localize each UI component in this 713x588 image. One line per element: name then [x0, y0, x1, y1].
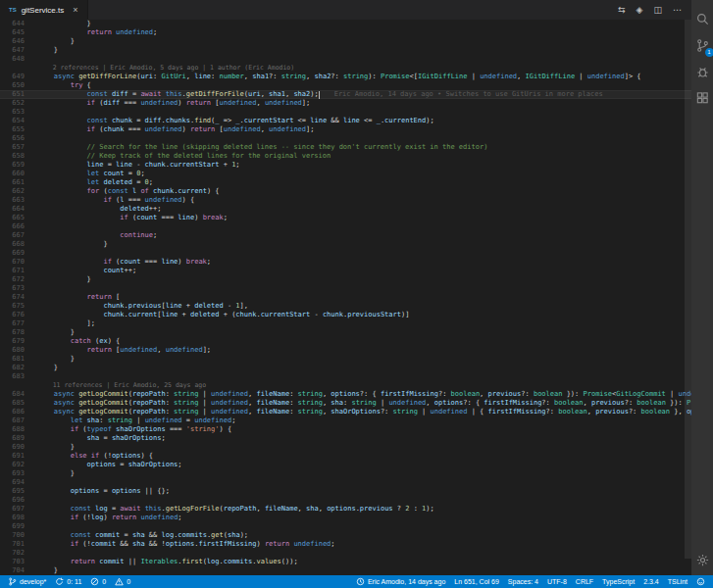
code-line[interactable]: 668 }: [0, 240, 691, 249]
line-number[interactable]: 660: [0, 170, 37, 178]
code-line[interactable]: 685 async getLogCommit(repoPath: string …: [0, 399, 691, 408]
line-number[interactable]: 704: [0, 566, 37, 575]
code-line[interactable]: 659 line = line - chunk.currentStart + 1…: [0, 161, 691, 170]
line-number[interactable]: 677: [0, 319, 37, 328]
source-control-icon[interactable]: 1: [695, 38, 710, 53]
ts-version-status[interactable]: 2.3.4: [643, 578, 659, 585]
code-line[interactable]: 688 if (typeof shaOrOptions === 'string'…: [0, 425, 691, 434]
code-line[interactable]: 679 catch (ex) {: [0, 337, 691, 346]
close-tab-icon[interactable]: ×: [73, 5, 77, 15]
line-number[interactable]: 656: [0, 134, 37, 143]
line-number[interactable]: 688: [0, 425, 37, 434]
code-line[interactable]: 674 return [: [0, 293, 691, 302]
debug-icon[interactable]: [695, 65, 710, 79]
code-line[interactable]: 696: [0, 496, 691, 505]
code-editor[interactable]: 644 }645 return undefined;646 }647 }648 …: [0, 20, 691, 575]
split-editor-icon[interactable]: ◫: [653, 5, 662, 15]
git-branch-status[interactable]: develop*: [8, 577, 46, 586]
code-line[interactable]: 658 // Keep track of the deleted lines f…: [0, 152, 691, 161]
code-line[interactable]: 671 count++;: [0, 267, 691, 275]
line-number[interactable]: 699: [0, 522, 37, 531]
line-number[interactable]: 653: [0, 108, 37, 117]
line-number[interactable]: 685: [0, 399, 37, 408]
code-line[interactable]: 678 }: [0, 328, 691, 337]
code-line[interactable]: 661 let deleted = 0;: [0, 178, 691, 187]
line-number[interactable]: 682: [0, 364, 37, 372]
code-line[interactable]: 646 }: [0, 37, 691, 46]
code-line[interactable]: 669: [0, 249, 691, 258]
line-number[interactable]: 670: [0, 258, 37, 267]
line-number[interactable]: 684: [0, 390, 37, 399]
line-number[interactable]: 693: [0, 469, 37, 478]
scrollbar-thumb[interactable]: [685, 20, 691, 559]
line-number[interactable]: 662: [0, 187, 37, 196]
editor-scrollbar[interactable]: [685, 20, 691, 575]
line-number[interactable]: 669: [0, 249, 37, 258]
line-number[interactable]: 652: [0, 99, 37, 108]
line-number[interactable]: 676: [0, 311, 37, 319]
line-number[interactable]: 689: [0, 434, 37, 443]
code-line[interactable]: 698 if (!log) return undefined;: [0, 514, 691, 522]
code-line[interactable]: 663 if (l === undefined) {: [0, 196, 691, 205]
tslint-status[interactable]: TSLint: [668, 578, 688, 585]
line-number[interactable]: 655: [0, 125, 37, 134]
line-number[interactable]: 648: [0, 55, 37, 64]
code-line[interactable]: 677 ];: [0, 319, 691, 328]
code-line[interactable]: 665 if (count === line) break;: [0, 214, 691, 222]
code-line[interactable]: 657 // Search for the line (skipping del…: [0, 143, 691, 152]
feedback-status[interactable]: [696, 577, 705, 586]
code-line[interactable]: 680 return [undefined, undefined];: [0, 346, 691, 355]
more-actions-icon[interactable]: ⋯: [673, 5, 682, 15]
line-number[interactable]: 665: [0, 214, 37, 222]
line-number[interactable]: 694: [0, 478, 37, 487]
code-line[interactable]: 676 chunk.current[line + deleted + (chun…: [0, 311, 691, 319]
line-number[interactable]: 658: [0, 152, 37, 161]
line-number[interactable]: 661: [0, 178, 37, 187]
code-line[interactable]: 693 }: [0, 469, 691, 478]
code-line[interactable]: 692 options = shaOrOptions;: [0, 461, 691, 469]
line-number[interactable]: 667: [0, 231, 37, 240]
codelens-text[interactable]: 2 references | Eric Amodio, 5 days ago |…: [37, 64, 294, 73]
line-number[interactable]: 649: [0, 73, 37, 81]
line-number[interactable]: 645: [0, 28, 37, 37]
code-line[interactable]: 701 if (!commit && sha && !options.first…: [0, 540, 691, 549]
code-line[interactable]: 695 options = options || {};: [0, 487, 691, 496]
line-number[interactable]: 683: [0, 372, 37, 381]
line-number[interactable]: 702: [0, 549, 37, 558]
line-number[interactable]: 692: [0, 461, 37, 469]
line-number[interactable]: 647: [0, 46, 37, 55]
sync-status[interactable]: 0: 11: [55, 577, 81, 586]
code-line[interactable]: 660 let count = 0;: [0, 170, 691, 178]
code-line[interactable]: 662 for (const l of chunk.current) {: [0, 187, 691, 196]
search-icon[interactable]: [695, 12, 710, 26]
code-line[interactable]: 648: [0, 55, 691, 64]
code-line[interactable]: 683: [0, 372, 691, 381]
line-number[interactable]: 686: [0, 408, 37, 416]
code-line[interactable]: 651 const diff = await this.getDiffForFi…: [0, 90, 691, 99]
code-line[interactable]: 647 }: [0, 46, 691, 55]
indentation-status[interactable]: Spaces: 4: [508, 578, 538, 585]
codelens-row[interactable]: 11 references | Eric Amodio, 25 days ago: [0, 381, 691, 390]
code-line[interactable]: 664 deleted++;: [0, 205, 691, 214]
errors-status[interactable]: 0: [90, 577, 106, 586]
line-number[interactable]: 679: [0, 337, 37, 346]
code-line[interactable]: 652 if (diff === undefined) return [unde…: [0, 99, 691, 108]
code-line[interactable]: 666: [0, 222, 691, 231]
line-number[interactable]: 644: [0, 20, 37, 28]
line-number[interactable]: 687: [0, 416, 37, 425]
encoding-status[interactable]: UTF-8: [547, 578, 567, 585]
language-status[interactable]: TypeScript: [602, 578, 635, 585]
code-line[interactable]: 697 const log = await this.getLogForFile…: [0, 505, 691, 514]
code-line[interactable]: 672 }: [0, 275, 691, 284]
line-number[interactable]: 671: [0, 267, 37, 275]
code-line[interactable]: 694: [0, 478, 691, 487]
line-number[interactable]: 691: [0, 452, 37, 461]
line-number[interactable]: 701: [0, 540, 37, 549]
code-line[interactable]: 649 async getDiffForLine(uri: GitUri, li…: [0, 73, 691, 81]
open-changes-icon[interactable]: ⇆: [618, 5, 626, 15]
warnings-status[interactable]: 0: [115, 577, 130, 586]
code-line[interactable]: 700 const commit = sha && log.commits.ge…: [0, 531, 691, 540]
code-line[interactable]: 645 return undefined;: [0, 28, 691, 37]
line-number[interactable]: 650: [0, 81, 37, 90]
eol-status[interactable]: CRLF: [576, 578, 593, 585]
